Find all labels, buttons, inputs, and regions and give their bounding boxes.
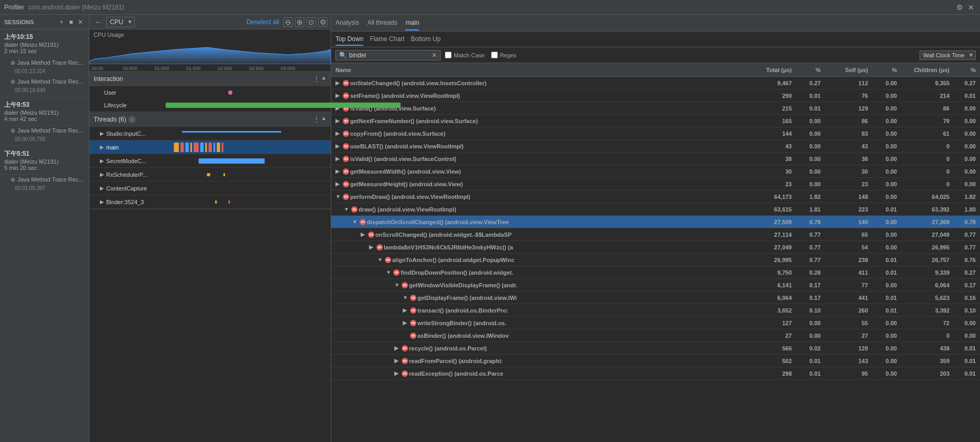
thread-expand-studio[interactable]: ▶ <box>100 130 104 136</box>
table-row[interactable]: ▶ m onScrollChanged() (android.widget.-$… <box>331 228 980 241</box>
thread-row-content[interactable]: ▶ ContentCapture <box>89 182 331 195</box>
threads-collapse-icon[interactable]: ▲ <box>321 115 326 124</box>
table-row[interactable]: ▶ m getMeasuredHeight() (android.view.Vi… <box>331 178 980 190</box>
session-rec-3[interactable]: ⚙ Java Method Trace Rec... <box>0 126 89 135</box>
zoom-in-icon[interactable]: ⊕ <box>295 17 304 27</box>
table-row[interactable]: ▶ m writeStrongBinder() (android.os. 127… <box>331 317 980 329</box>
table-row[interactable]: ▶ m transact() (android.os.BinderPro: 3,… <box>331 304 980 317</box>
cell-ch-pct-20: 0.00 <box>954 333 980 339</box>
table-row[interactable]: ▼ m performDraw() (android.view.ViewRoot… <box>331 190 980 203</box>
view-tab-bottom-up[interactable]: Bottom Up <box>411 33 441 46</box>
threads-more-icon[interactable]: ⋮ <box>313 115 320 124</box>
session-rec-text-4: Java Method Trace Rec... <box>17 176 83 183</box>
session-item-3[interactable]: 下午5:51 dialer (Meizu M2191) 5 min 20 sec <box>0 146 89 175</box>
view-tab-top-down[interactable]: Top Down <box>335 33 363 46</box>
row-expand-3[interactable]: ▶ <box>335 118 342 124</box>
row-expand-22[interactable]: ▶ <box>394 358 401 364</box>
table-row[interactable]: ▼ m getDisplayFrame() (android.view.IWi … <box>331 292 980 304</box>
table-row[interactable]: ▶ m copyFrom() (android.view.Surface) 14… <box>331 127 980 140</box>
row-expand-13[interactable]: ▶ <box>369 244 375 250</box>
zoom-fit-icon[interactable]: ⊙ <box>307 17 316 27</box>
row-expand-23[interactable]: ▶ <box>394 370 401 376</box>
back-button[interactable]: ← <box>93 17 104 27</box>
row-expand-11[interactable]: ▼ <box>352 219 359 225</box>
search-input[interactable] <box>349 52 430 59</box>
cell-ch-pct-23: 0.01 <box>954 370 980 377</box>
row-expand-8[interactable]: ▶ <box>335 181 342 187</box>
cell-name-20: m asBinder() (android.view.IWindov <box>331 333 749 339</box>
settings-icon[interactable]: ⚙ <box>955 3 964 12</box>
interaction-collapse-icon[interactable]: ▲ <box>321 75 326 83</box>
table-row[interactable]: ▶ m getMeasuredWidth() (android.view.Vie… <box>331 165 980 178</box>
table-row[interactable]: m asBinder() (android.view.IWindov 27 0.… <box>331 329 980 342</box>
table-row[interactable]: ▼ m getWindowVisibleDisplayFrame() (andr… <box>331 279 980 292</box>
zoom-out-icon[interactable]: ⊖ <box>283 17 293 27</box>
table-row[interactable]: ▼ m alignToAnchor() (android.widget.Popu… <box>331 254 980 266</box>
table-row[interactable]: ▼ m dispatchOnScrollChanged() (android.v… <box>331 216 980 228</box>
stop-session-icon[interactable]: ■ <box>67 18 75 26</box>
tab-all-threads[interactable]: All threads <box>368 16 397 31</box>
row-expand-19[interactable]: ▶ <box>403 320 409 326</box>
match-case-checkbox[interactable] <box>445 52 452 58</box>
thread-expand-secret[interactable]: ▶ <box>100 158 104 164</box>
session-rec-2[interactable]: ⚙ Java Method Trace Rec... <box>0 77 89 86</box>
row-expand-16[interactable]: ▼ <box>394 282 401 288</box>
row-expand-5[interactable]: ▶ <box>335 143 342 149</box>
deselect-all-button[interactable]: Deselect all <box>247 18 279 26</box>
close-icon[interactable]: ✕ <box>966 3 976 12</box>
table-row[interactable]: ▼ m draw() (android.view.ViewRootImpl) 6… <box>331 203 980 216</box>
row-expand-0[interactable]: ▶ <box>335 80 342 86</box>
clock-dropdown[interactable]: Wall Clock Time Thread Time <box>920 51 976 60</box>
row-expand-12[interactable]: ▶ <box>361 232 367 237</box>
table-row[interactable]: ▶ m getNextFrameNumber() (android.view.S… <box>331 115 980 127</box>
row-expand-21[interactable]: ▶ <box>394 345 401 351</box>
row-expand-6[interactable]: ▶ <box>335 156 342 162</box>
settings2-icon[interactable]: ⚙ <box>318 17 328 27</box>
row-expand-18[interactable]: ▶ <box>403 307 409 313</box>
table-row[interactable]: ▶ m lambda$nV1HS3Nc6Ck5JRIblHe3mkyHWzc()… <box>331 241 980 254</box>
add-session-icon[interactable]: + <box>57 18 66 26</box>
threads-info-badge[interactable]: i <box>128 116 136 123</box>
thread-row-binder[interactable]: ▶ Binder:3524_3 <box>89 195 331 209</box>
thread-expand-rx[interactable]: ▶ <box>100 172 104 177</box>
row-expand-17[interactable]: ▼ <box>403 295 409 300</box>
table-row[interactable]: ▶ m useBLAST() (android.view.ViewRootImp… <box>331 140 980 153</box>
thread-row-studio[interactable]: ▶ Studio:InputC... <box>89 127 331 140</box>
row-expand-15[interactable]: ▼ <box>386 269 392 275</box>
thread-row-main[interactable]: ▶ main <box>89 140 331 154</box>
thread-row-secret[interactable]: ▶ SecretModeC... <box>89 154 331 168</box>
regex-checkbox[interactable] <box>491 52 498 58</box>
row-expand-4[interactable]: ▶ <box>335 130 342 136</box>
table-row[interactable]: ▶ m recycle() (android.os.Parcel) 566 0.… <box>331 342 980 355</box>
view-tab-flame-chart[interactable]: Flame Chart <box>370 33 404 46</box>
tab-main[interactable]: main <box>405 16 419 31</box>
cell-children-7: 0 <box>901 168 954 175</box>
row-expand-14[interactable]: ▼ <box>377 257 384 263</box>
tab-analysis[interactable]: Analysis <box>335 16 359 31</box>
session-item-1[interactable]: 上午10:15 dialer (Meizu M2181) 2 min 15 se… <box>0 29 89 58</box>
regex-option[interactable]: Regex <box>491 52 517 58</box>
row-expand-10[interactable]: ▼ <box>344 206 350 212</box>
session-rec-4[interactable]: ⚙ Java Method Trace Rec... <box>0 175 89 184</box>
row-expand-9[interactable]: ▼ <box>335 194 342 199</box>
row-expand-7[interactable]: ▶ <box>335 168 342 174</box>
row-expand-1[interactable]: ▶ <box>335 93 342 98</box>
cpu-select[interactable]: CPU <box>106 17 135 27</box>
table-row[interactable]: ▶ m readFromParcel() (android.graphi: 50… <box>331 355 980 367</box>
table-row[interactable]: ▶ m isValid() (android.view.SurfaceContr… <box>331 153 980 165</box>
thread-expand-main[interactable]: ▶ <box>100 144 104 150</box>
close-session-icon[interactable]: ✕ <box>76 18 85 26</box>
thread-row-rx[interactable]: ▶ RxSchedulerP... <box>89 168 331 182</box>
table-row[interactable]: ▶ m readException() (android.os.Parce 29… <box>331 367 980 380</box>
session-item-2[interactable]: 上午9:53 dialer (Meizu M2191) 4 min 42 sec <box>0 97 89 126</box>
table-row[interactable]: ▶ m isValid() (android.view.Surface) 215… <box>331 102 980 115</box>
match-case-option[interactable]: Match Case <box>445 52 485 58</box>
thread-expand-content[interactable]: ▶ <box>100 185 104 191</box>
table-row[interactable]: ▶ m onStateChanged() (android.view.Inset… <box>331 77 980 89</box>
table-row[interactable]: ▼ m findDropDownPosition() (android.widg… <box>331 266 980 279</box>
interaction-more-icon[interactable]: ⋮ <box>313 75 320 83</box>
search-clear-icon[interactable]: ✕ <box>432 52 437 59</box>
session-rec-1[interactable]: ⚙ Java Method Trace Rec... <box>0 58 89 67</box>
table-row[interactable]: ▶ m setFrame() (android.view.ViewRootImp… <box>331 89 980 102</box>
thread-expand-binder[interactable]: ▶ <box>100 199 104 205</box>
